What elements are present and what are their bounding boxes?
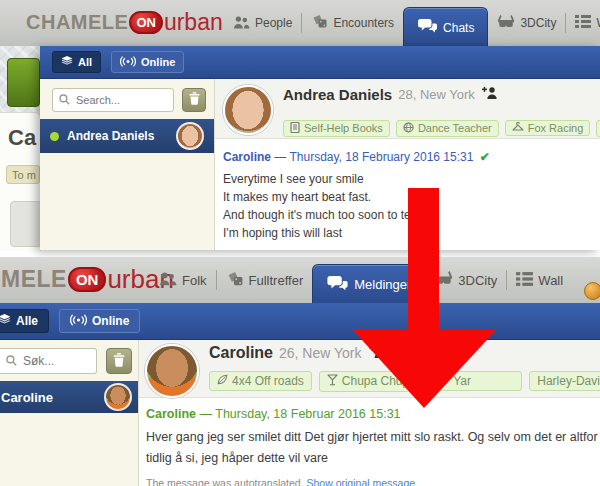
tab-encounters[interactable]: Encounters xyxy=(302,0,403,46)
filter-all-button[interactable]: All xyxy=(52,51,101,73)
broadcast-icon xyxy=(70,314,87,329)
search-row xyxy=(40,79,214,112)
interest-tags: 4x4 Off roads Chupa Chups Yar xyxy=(209,367,600,395)
app-header: MELE ON urban Folk Fulltreffer Meldinger xyxy=(0,257,600,304)
filter-bar: Alle Online xyxy=(0,303,600,340)
filter-online-button[interactable]: Online xyxy=(111,51,184,73)
tag-pill[interactable]: Harley-Davidso... xyxy=(529,371,600,391)
background-card: Ca To m xyxy=(0,112,41,251)
tab-wall[interactable]: Wall xyxy=(507,257,572,303)
add-contact-icon[interactable] xyxy=(482,85,498,103)
3d-glasses-icon xyxy=(434,271,453,289)
profile-name: Andrea Daniels xyxy=(283,86,392,103)
wall-list-icon xyxy=(516,272,533,289)
profile-name: Caroline xyxy=(209,344,273,362)
contact-row-andrea[interactable]: Andrea Daniels xyxy=(40,119,214,153)
tab-chats[interactable]: Chats xyxy=(403,7,488,47)
search-row xyxy=(0,340,138,374)
background-card-heading: Ca xyxy=(0,113,40,151)
search-input[interactable] xyxy=(21,353,90,369)
profile-avatar[interactable] xyxy=(223,85,273,135)
tag-pill[interactable]: Graffiti xyxy=(596,120,600,137)
profile-info: Caroline 26, New York 4x4 Off roads xyxy=(209,344,600,397)
hanger-icon xyxy=(512,122,524,134)
filter-all-button[interactable]: Alle xyxy=(0,309,49,333)
chameleon-logo[interactable]: MELE ON urban xyxy=(1,264,174,295)
tab-label: 3DCity xyxy=(520,16,556,30)
tab-wall[interactable]: Wall xyxy=(566,0,600,46)
profile-avatar[interactable] xyxy=(145,344,199,398)
online-dot xyxy=(50,132,59,141)
contacts-sidebar: Caroline xyxy=(0,340,139,486)
filter-label: Alle xyxy=(16,314,38,328)
message-timestamp: Thursday, 18 Februar 2016 15:31 xyxy=(215,407,400,421)
profile-info: Andrea Daniels 28, New York Self-Help Bo… xyxy=(283,85,600,138)
wall-list-icon xyxy=(575,15,591,31)
show-original-link[interactable]: Show original message xyxy=(307,477,416,486)
filter-label: Online xyxy=(141,56,175,68)
tag-pill[interactable]: 4x4 Off roads xyxy=(209,371,312,391)
tab-label: Wall xyxy=(596,16,600,30)
background-page: Ca To m xyxy=(0,46,40,250)
profile-meta: 28, New York xyxy=(398,87,475,102)
message-line: And though it's much too soon to tell, xyxy=(223,206,600,224)
globe-icon xyxy=(403,122,414,135)
layers-icon xyxy=(61,56,73,68)
layers-icon xyxy=(0,314,11,328)
message-header: Caroline — Thursday, 18 Februar 2016 15:… xyxy=(146,407,600,421)
chat-window: Alle Online xyxy=(0,303,600,486)
tab-people[interactable]: People xyxy=(224,0,301,46)
interest-tags: Self-Help Books Dance Teacher Fox Racing xyxy=(283,107,600,149)
tag-pill[interactable]: Yar xyxy=(430,371,522,391)
coin-icon[interactable] xyxy=(584,282,600,300)
logo-text-gray: MELE xyxy=(1,266,67,293)
chameleon-logo[interactable]: CHAMELE ON urban xyxy=(26,9,223,36)
window-body: Caroline Caroline 26, New York xyxy=(0,340,600,486)
contact-row-caroline[interactable]: Caroline xyxy=(0,381,138,413)
tag-pill[interactable]: Fox Racing xyxy=(505,120,591,136)
trash-button[interactable] xyxy=(182,88,206,112)
filter-online-button[interactable]: Online xyxy=(59,309,140,333)
search-box xyxy=(0,348,97,374)
tab-fulltreffer[interactable]: Fulltreffer xyxy=(217,257,313,303)
check-icon: ✔ xyxy=(480,150,490,164)
contacts-sidebar: Andrea Daniels xyxy=(40,79,215,250)
tab-meldinger[interactable]: Meldinger xyxy=(312,264,425,304)
background-green-button[interactable] xyxy=(7,58,40,107)
contact-name: Caroline xyxy=(1,390,96,405)
tag-pill[interactable]: Self-Help Books xyxy=(283,120,390,137)
screenshot-english: CHAMELE ON urban People Encounters Chats xyxy=(0,0,600,257)
main-nav: People Encounters Chats 3DCity xyxy=(224,0,600,46)
contact-avatar xyxy=(176,122,204,150)
tab-3dcity[interactable]: 3DCity xyxy=(488,0,565,46)
trash-button[interactable] xyxy=(106,348,132,374)
logo-on-badge: ON xyxy=(68,267,107,292)
chat-pane: Andrea Daniels 28, New York Self-Help Bo… xyxy=(215,79,600,250)
message-block: Caroline — Thursday, 18 February 2016 15… xyxy=(215,139,600,242)
contact-name: Andrea Daniels xyxy=(67,129,168,143)
tab-label: Fulltreffer xyxy=(249,273,304,288)
profile-header: Andrea Daniels 28, New York Self-Help Bo… xyxy=(215,79,600,139)
message-author[interactable]: Caroline xyxy=(146,407,196,421)
search-box xyxy=(52,88,174,112)
tag-pill[interactable]: Chupa Chups xyxy=(319,371,423,392)
tag-pill[interactable]: Dance Teacher xyxy=(396,120,499,137)
contact-avatar xyxy=(104,383,132,411)
3d-glasses-icon xyxy=(497,15,515,32)
tab-folk[interactable]: Folk xyxy=(150,257,216,303)
tab-label: Wall xyxy=(538,273,563,288)
people-icon xyxy=(233,15,250,32)
app-header: CHAMELE ON urban People Encounters Chats xyxy=(0,0,600,47)
add-contact-icon[interactable] xyxy=(369,344,386,362)
profile-name-row: Caroline 26, New York xyxy=(209,344,600,362)
tab-3dcity[interactable]: 3DCity xyxy=(425,257,506,303)
tab-label: Meldinger xyxy=(354,277,411,292)
profile-name-row: Andrea Daniels 28, New York xyxy=(283,85,600,103)
search-input[interactable] xyxy=(74,93,167,107)
background-card-pill[interactable]: To m xyxy=(6,165,40,184)
chat-bubbles-icon xyxy=(326,275,349,295)
search-icon xyxy=(6,352,17,370)
message-line: Everytime I see your smile xyxy=(223,170,600,188)
broadcast-icon xyxy=(120,56,136,69)
message-author[interactable]: Caroline xyxy=(223,150,271,164)
